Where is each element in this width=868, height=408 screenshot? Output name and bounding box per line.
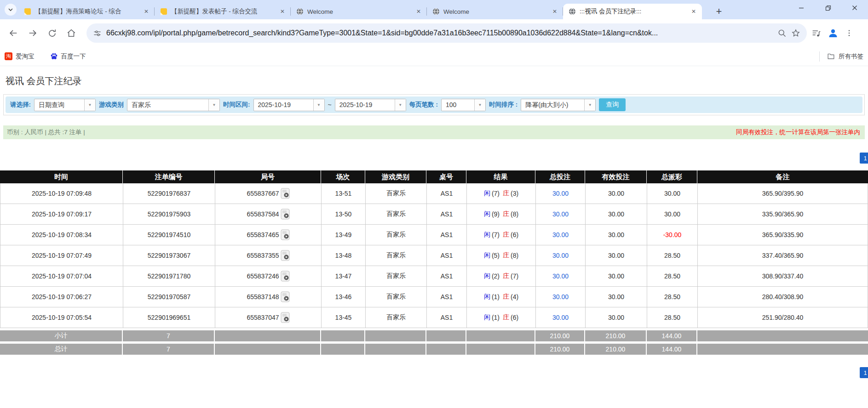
sort-select[interactable]: 降幂(由大到小) ▼: [521, 99, 596, 111]
bookmark-aitaobao[interactable]: 淘 爱淘宝: [5, 52, 34, 61]
result-banker-score: (7): [511, 272, 518, 280]
media-controls-icon[interactable]: [811, 28, 821, 38]
cell-total-bet-link[interactable]: 30.00: [536, 307, 586, 328]
result-banker-label: 庄: [503, 189, 509, 198]
per-page-select[interactable]: 100 ▼: [441, 99, 486, 111]
globe-icon: [432, 8, 440, 15]
cell-note: 365.90/395.90: [698, 183, 868, 204]
close-icon[interactable]: ✕: [690, 8, 697, 15]
close-window-button[interactable]: [841, 0, 868, 16]
tab-forum[interactable]: 【新提醒】海燕策略论坛 - 综合 ✕: [18, 4, 155, 19]
col-header-game-type: 游戏类别: [365, 170, 426, 183]
cell-total-bet-link[interactable]: 30.00: [536, 266, 586, 287]
pagination-page-1-bottom[interactable]: 1: [860, 367, 868, 378]
chevron-down-icon[interactable]: ▼: [584, 99, 595, 111]
profile-avatar-icon[interactable]: [828, 28, 839, 39]
cell-total-bet-link[interactable]: 30.00: [536, 287, 586, 307]
cell-session: 13-49: [322, 225, 366, 245]
reload-button[interactable]: [44, 25, 60, 41]
video-replay-icon[interactable]: [281, 229, 290, 240]
tab-title: :::视讯 会员下注纪录:::: [580, 7, 686, 16]
address-bar[interactable]: 66cxkj98.com/ipl/portal.php/game/betreco…: [86, 23, 807, 43]
video-replay-icon[interactable]: [281, 312, 290, 323]
forward-button[interactable]: [25, 25, 40, 41]
close-icon[interactable]: ✕: [279, 8, 286, 15]
query-type-select[interactable]: 日期查询 ▼: [34, 99, 96, 111]
all-bookmarks-button[interactable]: 所有书签: [819, 51, 863, 62]
result-player-score: (1): [492, 293, 500, 300]
per-page-label: 每页笔数 :: [409, 101, 438, 109]
back-button[interactable]: [6, 25, 21, 41]
cell-bet-id: 522901970587: [123, 287, 215, 307]
cell-time: 2025-10-19 07:07:49: [0, 245, 123, 266]
video-replay-icon[interactable]: [281, 188, 290, 199]
close-icon[interactable]: ✕: [143, 8, 150, 15]
url-text[interactable]: 66cxkj98.com/ipl/portal.php/game/betreco…: [106, 29, 773, 37]
subtotal-count: 7: [123, 330, 215, 341]
video-replay-icon[interactable]: [281, 291, 290, 302]
tab-welcome-2[interactable]: Welcome ✕: [427, 4, 563, 19]
cell-payout: 30.00: [647, 204, 698, 225]
video-replay-icon[interactable]: [281, 250, 290, 261]
cell-session: 13-47: [322, 266, 366, 287]
round-number: 655837148: [247, 293, 279, 300]
cell-valid-bet: 30.00: [586, 307, 647, 328]
cell-total-bet-link[interactable]: 30.00: [536, 183, 586, 204]
cell-valid-bet: 30.00: [586, 245, 647, 266]
cell-session: 13-48: [322, 245, 366, 266]
menu-kebab-icon[interactable]: [845, 29, 853, 37]
tab-post[interactable]: 【新提醒】发表帖子 - 综合交流 ✕: [155, 4, 291, 19]
chevron-down-icon[interactable]: ▼: [313, 99, 324, 111]
result-player-score: (1): [492, 314, 500, 321]
cell-session: 13-46: [322, 287, 366, 307]
pagination-page-1-top[interactable]: 1: [860, 153, 868, 164]
cell-total-bet-link[interactable]: 30.00: [536, 225, 586, 245]
video-replay-icon[interactable]: [281, 209, 290, 220]
date-from-select[interactable]: 2025-10-19 ▼: [253, 99, 325, 111]
result-banker-score: (3): [511, 190, 518, 197]
zoom-icon[interactable]: [777, 28, 787, 38]
minimize-button[interactable]: [788, 0, 815, 16]
cell-game-type: 百家乐: [366, 287, 427, 307]
cell-valid-bet: 30.00: [586, 287, 647, 307]
cell-valid-bet: 30.00: [586, 183, 647, 204]
tab-search-button[interactable]: [5, 4, 17, 16]
mail-note-icon: [24, 8, 31, 15]
cell-note: 251.90/280.40: [698, 307, 868, 328]
home-button[interactable]: [63, 25, 79, 41]
cell-session: 13-50: [322, 204, 366, 225]
subtotal-empty: [697, 330, 868, 341]
cell-payout: -30.00: [647, 225, 698, 245]
restore-button[interactable]: [815, 0, 841, 16]
search-button[interactable]: 查询: [599, 98, 626, 111]
total-payout: 144.00: [647, 344, 697, 355]
chevron-down-icon[interactable]: ▼: [208, 99, 219, 111]
per-page-value: 100: [442, 99, 474, 111]
close-icon[interactable]: ✕: [415, 8, 422, 15]
chevron-down-icon[interactable]: ▼: [84, 99, 95, 111]
date-to-select[interactable]: 2025-10-19 ▼: [335, 99, 406, 111]
cell-total-bet-link[interactable]: 30.00: [536, 204, 586, 225]
result-banker-score: (8): [511, 252, 518, 259]
tab-welcome-1[interactable]: Welcome ✕: [291, 4, 427, 19]
bookmark-baidu[interactable]: 百度一下: [50, 52, 86, 61]
cell-total-bet-link[interactable]: 30.00: [536, 245, 586, 266]
result-player-label: 闲: [484, 210, 490, 218]
close-icon[interactable]: ✕: [551, 8, 558, 15]
cell-round: 655837355: [215, 245, 322, 266]
site-settings-tune-icon[interactable]: [93, 29, 102, 38]
chevron-down-icon[interactable]: ▼: [474, 99, 485, 111]
restore-icon: [825, 5, 831, 11]
table-row: 2025-10-19 07:08:34 522901974510 6558374…: [0, 225, 868, 245]
tab-bet-record-active[interactable]: :::视讯 会员下注纪录::: ✕: [563, 4, 702, 19]
video-replay-icon[interactable]: [281, 271, 290, 282]
bookmark-star-icon[interactable]: [791, 28, 800, 38]
chevron-down-icon[interactable]: ▼: [395, 99, 406, 111]
new-tab-button[interactable]: +: [713, 6, 725, 17]
round-number: 655837584: [247, 210, 279, 218]
table-row: 2025-10-19 07:07:49 522901973067 6558373…: [0, 245, 868, 266]
game-type-value: 百家乐: [127, 99, 208, 111]
total-empty: [426, 344, 466, 355]
game-type-select[interactable]: 百家乐 ▼: [127, 99, 220, 111]
subtotal-label: 小计: [0, 330, 123, 341]
